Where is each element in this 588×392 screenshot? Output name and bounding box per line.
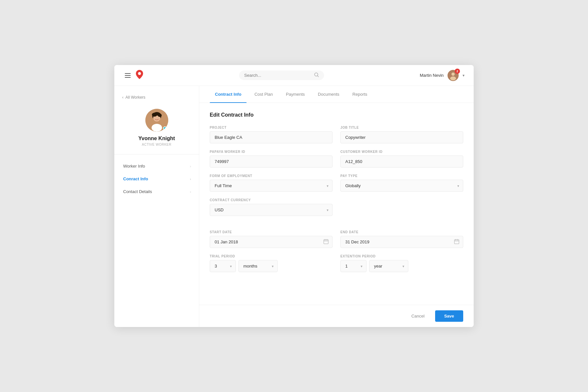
extension-period-row: 1 2 3 5 ▾ year years bbox=[340, 260, 463, 272]
hamburger-icon[interactable] bbox=[123, 72, 132, 79]
tab-documents[interactable]: Documents bbox=[313, 86, 345, 103]
select-trial-unit[interactable]: months years bbox=[238, 260, 278, 272]
svg-point-5 bbox=[450, 76, 456, 80]
select-form-of-employment[interactable]: Full Time Part Time Contract Freelance bbox=[210, 180, 333, 192]
input-project[interactable] bbox=[210, 131, 333, 143]
tab-bar: Contract Info Cost Plan Payments Documen… bbox=[199, 86, 474, 103]
select-wrap-pay-type: Globally Locally ▾ bbox=[340, 180, 463, 192]
sidebar-nav: Worker Info › Conract Info › Contact Det… bbox=[114, 155, 199, 203]
extension-unit-wrap: year years months ▾ bbox=[369, 260, 408, 272]
field-job-title: JOB TITLE bbox=[340, 126, 463, 143]
date-wrap-end bbox=[340, 236, 463, 248]
label-form-of-employment: FORM OF EMPLOYMENT bbox=[210, 174, 333, 178]
date-wrap-start bbox=[210, 236, 333, 248]
form-row-6: TRIAL PERIOD 3 1 2 6 12 ▾ bbox=[210, 254, 463, 272]
cancel-button[interactable]: Cancel bbox=[406, 311, 430, 321]
input-start-date[interactable] bbox=[210, 236, 333, 248]
form-row-2: PAPAYA WORKER ID CUSTOMER WORKER ID bbox=[210, 150, 463, 168]
label-pay-type: PAY TYPE bbox=[340, 174, 463, 178]
notification-badge: 2 bbox=[455, 69, 460, 74]
chevron-right-icon: › bbox=[190, 164, 191, 168]
back-link[interactable]: ‹ All Workers bbox=[114, 92, 199, 102]
label-contract-currency: CONTRACT CURRENCY bbox=[210, 198, 333, 202]
topbar-center bbox=[143, 71, 420, 80]
svg-point-11 bbox=[158, 114, 162, 117]
select-extension-unit[interactable]: year years months bbox=[369, 260, 408, 272]
select-contract-currency[interactable]: USD EUR GBP ILS bbox=[210, 204, 333, 216]
worker-profile: Yvonne Knight Active Worker bbox=[114, 109, 199, 155]
select-wrap-currency: USD EUR GBP ILS ▾ bbox=[210, 204, 333, 216]
label-extension-period: EXTENTION PERIOD bbox=[340, 254, 463, 258]
tab-reports[interactable]: Reports bbox=[347, 86, 373, 103]
form-title: Edit Contract Info bbox=[210, 112, 463, 118]
sidebar-item-label: Worker Info bbox=[123, 164, 145, 169]
user-name: Martin Nevin bbox=[420, 73, 444, 78]
label-project: PROJECT bbox=[210, 126, 333, 129]
chevron-down-icon[interactable]: ▾ bbox=[463, 73, 465, 78]
form-row-1: PROJECT JOB TITLE bbox=[210, 126, 463, 143]
sidebar-item-label: Conract Info bbox=[123, 176, 148, 181]
field-pay-type: PAY TYPE Globally Locally ▾ bbox=[340, 174, 463, 192]
input-papaya-worker-id[interactable] bbox=[210, 155, 333, 168]
worker-avatar bbox=[145, 109, 168, 132]
topbar-left bbox=[123, 70, 143, 81]
topbar-right: Martin Nevin 2 ▾ bbox=[420, 70, 465, 81]
form-row-5: START DATE bbox=[210, 230, 463, 248]
field-project: PROJECT bbox=[210, 126, 333, 143]
avatar-wrap[interactable]: 2 bbox=[448, 70, 459, 81]
back-label: All Workers bbox=[125, 95, 145, 100]
tab-cost-plan[interactable]: Cost Plan bbox=[249, 86, 278, 103]
app-window: Martin Nevin 2 ▾ ‹ All Workers bbox=[114, 65, 474, 327]
label-customer-worker-id: CUSTOMER WORKER ID bbox=[340, 150, 463, 154]
field-empty bbox=[340, 198, 463, 216]
sidebar-item-contract-info[interactable]: Conract Info › bbox=[114, 172, 199, 185]
search-input[interactable] bbox=[244, 73, 312, 78]
label-papaya-worker-id: PAPAYA WORKER ID bbox=[210, 150, 333, 154]
label-start-date: START DATE bbox=[210, 230, 333, 234]
form-row-3: FORM OF EMPLOYMENT Full Time Part Time C… bbox=[210, 174, 463, 192]
label-job-title: JOB TITLE bbox=[340, 126, 463, 129]
svg-line-2 bbox=[317, 76, 318, 77]
trial-period-row: 3 1 2 6 12 ▾ months bbox=[210, 260, 333, 272]
content: Contract Info Cost Plan Payments Documen… bbox=[199, 86, 474, 327]
sidebar: ‹ All Workers bbox=[114, 86, 199, 327]
select-pay-type[interactable]: Globally Locally bbox=[340, 180, 463, 192]
form-footer: Cancel Save bbox=[199, 305, 474, 327]
field-start-date: START DATE bbox=[210, 230, 333, 248]
worker-status: Active Worker bbox=[142, 143, 171, 146]
tab-payments[interactable]: Payments bbox=[281, 86, 310, 103]
save-button[interactable]: Save bbox=[435, 310, 463, 322]
logo-icon bbox=[136, 70, 143, 81]
sidebar-item-worker-info[interactable]: Worker Info › bbox=[114, 160, 199, 172]
form-row-4: CONTRACT CURRENCY USD EUR GBP ILS ▾ bbox=[210, 198, 463, 216]
field-papaya-worker-id: PAPAYA WORKER ID bbox=[210, 150, 333, 168]
chevron-right-icon: › bbox=[190, 177, 191, 181]
sidebar-item-label: Contact Details bbox=[123, 189, 152, 194]
input-end-date[interactable] bbox=[340, 236, 463, 248]
svg-point-4 bbox=[451, 73, 455, 76]
form-area: Edit Contract Info PROJECT JOB TITLE bbox=[199, 103, 474, 305]
topbar: Martin Nevin 2 ▾ bbox=[114, 65, 474, 86]
field-end-date: END DATE bbox=[340, 230, 463, 248]
back-arrow-icon: ‹ bbox=[122, 95, 123, 100]
input-job-title[interactable] bbox=[340, 131, 463, 143]
search-wrap[interactable] bbox=[239, 71, 324, 80]
input-customer-worker-id[interactable] bbox=[340, 155, 463, 168]
field-customer-worker-id: CUSTOMER WORKER ID bbox=[340, 150, 463, 168]
svg-point-12 bbox=[152, 124, 162, 132]
svg-point-0 bbox=[138, 72, 141, 75]
select-trial-num[interactable]: 3 1 2 6 12 bbox=[210, 260, 236, 272]
section-spacer bbox=[210, 222, 463, 230]
label-end-date: END DATE bbox=[340, 230, 463, 234]
field-trial-period: TRIAL PERIOD 3 1 2 6 12 ▾ bbox=[210, 254, 333, 272]
online-dot bbox=[163, 126, 167, 130]
worker-name: Yvonne Knight bbox=[139, 136, 175, 141]
select-extension-num[interactable]: 1 2 3 5 bbox=[340, 260, 367, 272]
sidebar-item-contact-details[interactable]: Contact Details › bbox=[114, 185, 199, 198]
tab-contract-info[interactable]: Contract Info bbox=[210, 86, 247, 103]
trial-unit-wrap: months years ▾ bbox=[238, 260, 278, 272]
main-layout: ‹ All Workers bbox=[114, 86, 474, 327]
trial-num-wrap: 3 1 2 6 12 ▾ bbox=[210, 260, 236, 272]
extension-num-wrap: 1 2 3 5 ▾ bbox=[340, 260, 367, 272]
search-icon bbox=[314, 73, 319, 78]
